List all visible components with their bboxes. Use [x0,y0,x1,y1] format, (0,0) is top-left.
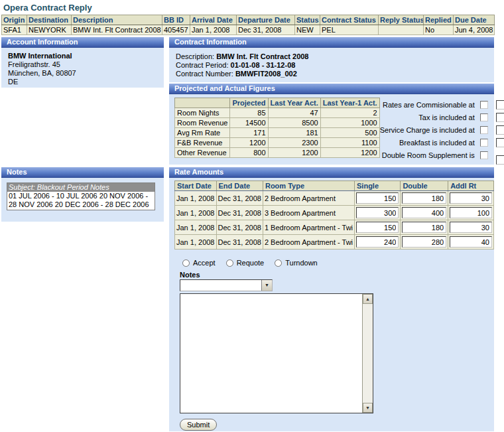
accept-radio-label[interactable]: Accept [193,259,216,267]
accept-radio[interactable] [182,259,190,267]
projected-figures-header: Projected and Actual Figures [169,84,494,94]
contract-number-value: BMWFIT2008_002 [235,70,297,78]
option-row: Double Room Supplement is [380,149,504,161]
turndown-radio[interactable] [275,259,282,267]
summary-header-cell: Replied [424,15,454,25]
rate-double-input[interactable] [402,236,446,248]
scroll-up-icon[interactable]: ▲ [363,294,373,304]
rates-commissionable-checkbox[interactable] [480,101,488,109]
rate-options-group: Rates are Commisionable at Tax is includ… [380,98,504,165]
requote-radio[interactable] [226,259,233,267]
summary-cell-description: BMW Int. Flt Contract 2008 [72,25,162,35]
rate-start-date: Jan 1, 2008 [175,235,217,250]
rate-single-input[interactable] [356,207,399,218]
rate-single-input[interactable] [356,236,399,248]
submit-button[interactable]: Submit [180,419,217,431]
rate-header-cell: Addl Rt [448,181,494,191]
requote-radio-label[interactable]: Requote [237,259,265,267]
summary-cell-departure: Dec 31, 2008 [237,25,295,35]
summary-cell-status: NEW [295,25,320,35]
notes-category-value[interactable] [180,280,261,291]
summary-header-cell: BB ID [162,15,190,25]
contract-period-row: Contract Period: 01-01-08 - 31-12-08 [176,61,494,70]
option-row: Tax is included at [380,111,504,123]
contract-description-value: BMW Int. Flt Contract 2008 [216,52,308,60]
rate-header-row: Start Date End Date Room Type Single Dou… [175,181,494,191]
figures-header-cell: Last Year-1 Act. [320,98,379,108]
summary-cell-destination: NEWYORK [27,25,72,35]
rate-end-date: Dec 31, 2008 [216,235,263,250]
double-room-supplement-input[interactable] [496,155,504,165]
field-label: Description: [176,52,214,60]
figures-value: 85 [230,108,268,118]
option-row: Breakfast is included at [380,136,504,149]
rate-amounts-header: Rate Amounts [169,167,494,178]
figures-value: 2300 [268,138,320,148]
figures-row-label: F&B Revenue [175,138,230,148]
contract-information-header: Contract Information [169,37,494,48]
rate-room-type: 2 Bedroom Apartment [263,191,354,206]
figures-value: 2 [320,108,379,118]
rate-row: Jan 1, 2008 Dec 31, 2008 2 Bedroom Apart… [175,191,494,206]
rates-commissionable-input[interactable] [496,100,504,109]
page-title: Opera Contract Reply [3,3,504,13]
rate-header-cell: End Date [216,181,263,191]
reply-notes-textarea[interactable] [180,294,362,413]
summary-header-row: Origin Destination Description BB ID Arr… [2,15,495,25]
rate-amounts-table: Start Date End Date Room Type Single Dou… [174,180,494,250]
account-information-body: BMW International Freiligrathstr. 45 Mün… [1,48,164,88]
summary-cell-bbid: 405457 [162,25,190,35]
rate-addl-input[interactable] [450,236,492,248]
figures-value: 1200 [320,148,379,158]
figures-value: 1200 [230,138,268,148]
rate-double-input[interactable] [402,222,446,233]
account-information-section: Account Information BMW International Fr… [1,37,164,88]
option-row: Rates are Commisionable at [380,98,504,111]
double-room-supplement-checkbox[interactable] [480,151,488,159]
rate-double-input[interactable] [402,192,446,204]
projected-figures-body: Projected Last Year Act. Last Year-1 Act… [169,94,494,165]
option-row: Service Charge is included at [380,123,504,136]
reply-notes-textarea-wrap: ▲ ▼ [180,293,373,413]
contract-description-row: Description: BMW Int. Flt Contract 2008 [176,52,494,61]
contract-number-row: Contract Number: BMWFIT2008_002 [176,70,494,78]
rate-row: Jan 1, 2008 Dec 31, 2008 3 Bedroom Apart… [175,206,494,220]
account-address-line: Freiligrathstr. 45 [8,60,164,69]
service-charge-input[interactable] [496,125,504,135]
service-charge-checkbox[interactable] [480,126,488,134]
rate-start-date: Jan 1, 2008 [175,206,217,220]
figures-value: 1200 [268,148,320,158]
summary-header-cell: Reply Status [379,15,424,25]
rate-amounts-body: Start Date End Date Room Type Single Dou… [169,178,494,431]
figures-value: 181 [268,128,320,138]
summary-header-cell: Departure Date [237,15,295,25]
rate-addl-input[interactable] [450,222,492,233]
blackout-notes-box: Subject: Blackout Period Notes 01 JUL 20… [7,182,155,210]
notes-text: 01 JUL 2006 - 10 JUL 2006 20 NOV 2006 - … [7,192,155,210]
rate-addl-input[interactable] [450,207,492,218]
notes-category-select[interactable]: ▼ [180,279,273,291]
opera-contract-reply-page: Opera Contract Reply Origin Destination … [0,0,504,432]
figures-value: 171 [230,128,268,138]
rate-header-cell: Single [355,181,401,191]
tax-included-checkbox[interactable] [480,113,488,121]
summary-header-cell: Destination [27,15,72,25]
tax-included-input[interactable] [496,113,504,122]
rate-single-input[interactable] [356,222,399,233]
rate-addl-input[interactable] [450,192,492,204]
rate-double-input[interactable] [402,207,446,218]
figures-row-label: Room Revenue [175,118,230,128]
breakfast-included-input[interactable] [496,138,504,147]
rate-single-input[interactable] [356,192,399,204]
turndown-radio-label[interactable]: Turndown [285,259,318,267]
figures-row-label: Avg Rm Rate [175,128,230,138]
textarea-scrollbar[interactable]: ▲ ▼ [362,294,373,413]
rate-header-cell: Double [401,181,448,191]
scroll-down-icon[interactable]: ▼ [363,403,373,413]
projected-figures-section: Projected and Actual Figures Projected L… [169,84,494,165]
chevron-down-icon[interactable]: ▼ [261,280,272,291]
breakfast-included-checkbox[interactable] [480,139,488,147]
option-label: Breakfast is included at [399,139,475,147]
figures-row-label: Other Revenue [175,148,230,158]
rate-end-date: Dec 31, 2008 [216,206,263,220]
